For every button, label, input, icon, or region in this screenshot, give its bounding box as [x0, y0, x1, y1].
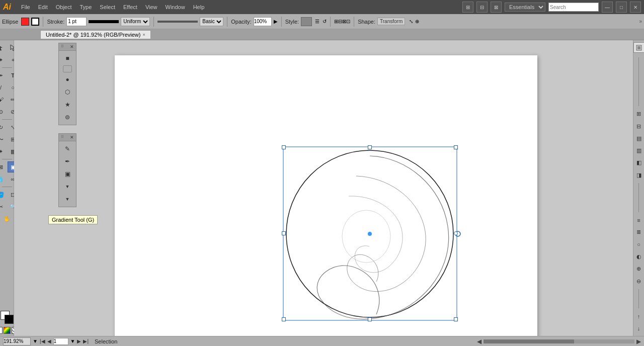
right-btn-2[interactable]: ⊟ [633, 121, 645, 131]
align-icons[interactable]: ⊞⊟⊠⊡ [334, 19, 350, 24]
statusbar-right-arrow[interactable]: ▶ [636, 338, 641, 345]
handle-bl[interactable] [282, 317, 286, 321]
statusbar-left-arrow[interactable]: ◀ [477, 338, 481, 345]
right-btn-6[interactable]: ◨ [633, 170, 645, 181]
menu-effect[interactable]: Effect [119, 3, 141, 11]
rounded-rect-btn[interactable] [63, 65, 72, 72]
page-dropdown-arrow[interactable]: ▼ [70, 338, 75, 344]
right-btn-7[interactable]: ≡ [633, 215, 645, 225]
handle-br[interactable] [454, 317, 458, 321]
circle-btn[interactable]: ● [62, 74, 73, 85]
document-tab[interactable]: Untitled-2* @ 191.92% (RGB/Preview) × [40, 30, 151, 39]
panel1-drag-handle[interactable]: ⠿ [61, 44, 65, 49]
right-btn-10[interactable]: ◐ [633, 251, 645, 262]
opacity-input[interactable] [254, 17, 272, 26]
workspace-select[interactable]: Essentials [505, 3, 545, 12]
down-arrow-btn1[interactable]: ▼ [62, 181, 73, 192]
toolbar-expand-icon[interactable]: ⊕ [415, 19, 419, 24]
flare-btn[interactable]: ⊚ [62, 112, 73, 123]
stroke-width-input[interactable] [66, 17, 87, 26]
nav-first-btn[interactable]: |◀ [40, 338, 45, 344]
mesh-tool[interactable]: ⊠ [0, 161, 7, 172]
menu-edit[interactable]: Edit [34, 3, 52, 11]
canvas-area[interactable]: ⠿ ✕ ■ ● ⬡ ★ ⊚ ⠿ ✕ ✎ ✒ ▣ ▼ ▼ [14, 40, 633, 336]
eyedropper-tool[interactable]: 💧 [0, 174, 7, 185]
none-color-btn[interactable] [0, 327, 3, 334]
handle-ml[interactable] [282, 231, 286, 235]
rotate-tool[interactable]: ↻ [0, 122, 7, 133]
line-tool[interactable]: / [0, 82, 7, 93]
maximize-btn[interactable]: □ [616, 2, 627, 13]
gradient2-btn[interactable]: ▣ [62, 168, 73, 180]
right-scroll-up[interactable]: ↑ [633, 311, 645, 321]
tab-close-btn[interactable]: × [142, 32, 145, 37]
brush-btn[interactable]: ✎ [62, 143, 73, 154]
handle-mr[interactable] [454, 231, 458, 235]
hand-tool[interactable]: ✋ [2, 213, 13, 224]
fill-swatch[interactable] [21, 18, 29, 26]
polygon-btn[interactable]: ⬡ [62, 86, 73, 98]
handle-bc[interactable] [368, 317, 372, 321]
panel2-drag-handle[interactable]: ⠿ [61, 135, 65, 140]
zoom-input[interactable] [3, 337, 31, 345]
right-btn-8[interactable]: ≣ [633, 227, 645, 237]
opacity-arrow[interactable]: ▶ [274, 19, 278, 24]
selection-tool[interactable] [0, 42, 7, 53]
search-input[interactable] [548, 3, 599, 12]
arrange-icon[interactable]: ⊞ [462, 2, 473, 13]
minimize-btn[interactable]: — [602, 2, 613, 13]
right-btn-5[interactable]: ◧ [633, 157, 645, 168]
paintbrush-tool[interactable]: 🖌 [0, 94, 7, 105]
panel1-close-btn[interactable]: ✕ [70, 44, 74, 49]
menu-select[interactable]: Select [96, 3, 119, 11]
stroke-uniform-select[interactable]: Uniform [121, 17, 150, 26]
stroke-swatch[interactable] [31, 18, 39, 26]
right-btn-11[interactable]: ⊕ [633, 264, 645, 274]
handle-tl[interactable] [282, 145, 286, 149]
menu-view[interactable]: View [141, 3, 162, 11]
handle-tr[interactable] [454, 145, 458, 149]
nav-next-btn[interactable]: ▶ [77, 338, 81, 344]
close-btn[interactable]: ✕ [630, 2, 641, 13]
right-btn-9[interactable]: ○ [633, 239, 645, 250]
down-arrow-btn2[interactable]: ▼ [62, 194, 73, 205]
style-menu-icon[interactable]: ☰ [315, 19, 319, 24]
zoom-dropdown-arrow[interactable]: ▼ [33, 338, 38, 344]
properties-panel-btn[interactable] [633, 42, 645, 53]
page-input[interactable] [53, 338, 68, 345]
transform-btn[interactable]: Transform [377, 18, 405, 25]
handle-tc[interactable] [368, 145, 372, 149]
toolbar-warp-icon[interactable]: ⤡ [409, 19, 413, 24]
menu-window[interactable]: Window [162, 3, 189, 11]
right-btn-12[interactable]: ⊖ [633, 276, 645, 286]
nav-prev-btn[interactable]: ◀ [47, 338, 51, 344]
right-btn-3[interactable]: ▤ [633, 133, 645, 144]
menu-file[interactable]: File [17, 3, 34, 11]
gradient-color-btn[interactable] [4, 327, 11, 334]
panel2-close-btn[interactable]: ✕ [70, 135, 74, 140]
style-swatch[interactable] [301, 17, 312, 26]
star-btn[interactable]: ★ [62, 99, 73, 110]
menu-type[interactable]: Type [76, 3, 96, 11]
bridge-icon[interactable]: ⊠ [491, 2, 502, 13]
right-scroll-down[interactable]: ↓ [633, 323, 645, 334]
right-btn-4[interactable]: ▥ [633, 145, 645, 156]
reset-style-icon[interactable]: ↺ [323, 19, 327, 24]
live-paint-bucket-tool[interactable]: 🪣 [0, 189, 7, 200]
stroke-basic-select[interactable]: Basic [200, 17, 223, 26]
slice-tool[interactable]: ✂ [0, 201, 7, 212]
nav-last-btn[interactable]: ▶| [83, 338, 89, 344]
stroke-color-swatch[interactable] [5, 315, 14, 324]
rect-tool-btn[interactable]: ■ [62, 53, 73, 64]
pen2-btn[interactable]: ✒ [62, 156, 73, 167]
warp-tool[interactable]: 〜 [0, 134, 7, 145]
statusbar-scrollbar[interactable] [484, 339, 634, 343]
toolbar-overflow[interactable]: » [639, 19, 642, 24]
menu-object[interactable]: Object [52, 3, 76, 11]
blob-brush-tool[interactable]: ⊙ [0, 106, 7, 117]
symbol-sprayer-tool[interactable]: ✦ [0, 146, 7, 157]
pen-tool[interactable]: ✒ [0, 70, 7, 81]
menu-help[interactable]: Help [189, 3, 209, 11]
magic-wand-tool[interactable]: ✦ [0, 54, 7, 65]
right-btn-1[interactable]: ⊞ [633, 109, 645, 119]
